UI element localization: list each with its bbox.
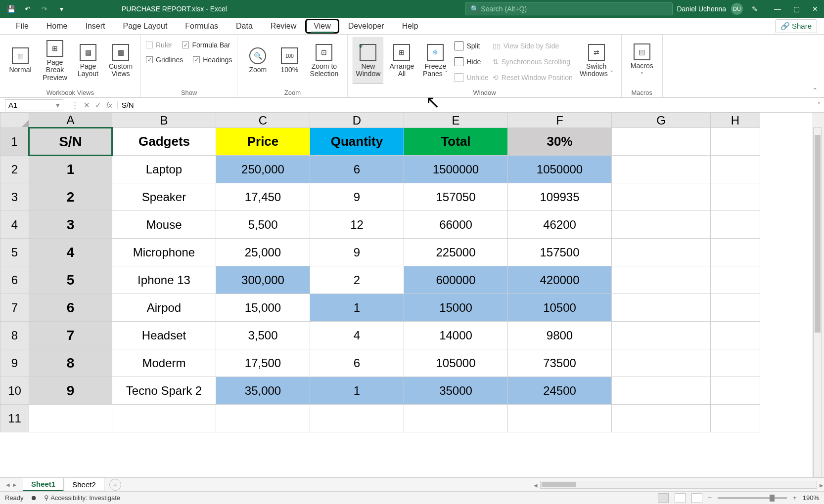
- page-break-view-btn[interactable]: [691, 493, 702, 503]
- user-name[interactable]: Daniel Uchenna: [677, 5, 726, 13]
- cell[interactable]: [711, 211, 760, 239]
- cell[interactable]: 10500: [508, 294, 612, 322]
- tab-file[interactable]: File: [7, 19, 38, 34]
- cell[interactable]: 17,450: [216, 183, 310, 211]
- ruler-checkbox[interactable]: Ruler: [146, 38, 172, 52]
- cell[interactable]: [112, 405, 216, 432]
- cell[interactable]: [711, 349, 760, 377]
- hide-button[interactable]: Hide: [455, 54, 488, 69]
- arrange-all-button[interactable]: ⊞Arrange All: [387, 38, 416, 84]
- switch-windows-button[interactable]: ⇄Switch Windows ˅: [577, 38, 616, 84]
- cell[interactable]: [711, 239, 760, 266]
- cell[interactable]: 3,500: [216, 322, 310, 349]
- tab-developer[interactable]: Developer: [339, 19, 393, 34]
- normal-view-button[interactable]: ▦Normal: [5, 38, 36, 84]
- cell[interactable]: 4: [310, 322, 404, 349]
- cell[interactable]: 35,000: [216, 377, 310, 405]
- col-header[interactable]: G: [612, 113, 711, 128]
- row-header[interactable]: 1: [0, 128, 29, 156]
- freeze-panes-button[interactable]: ❄Freeze Panes ˅: [420, 38, 451, 84]
- row-header[interactable]: 8: [0, 322, 29, 349]
- maximize-button[interactable]: ▢: [791, 4, 801, 14]
- cell[interactable]: Moderm: [112, 349, 216, 377]
- cell[interactable]: [612, 349, 711, 377]
- cell[interactable]: [711, 156, 760, 183]
- cell[interactable]: 7: [29, 322, 112, 349]
- cell[interactable]: 225000: [404, 239, 508, 266]
- cell-C1[interactable]: Price: [216, 128, 310, 156]
- cell[interactable]: 157050: [404, 183, 508, 211]
- accessibility-status[interactable]: Accessibility: Investigate: [50, 494, 120, 502]
- sync-scroll-button[interactable]: ⇅Synchronous Scrolling: [493, 54, 573, 69]
- col-header[interactable]: H: [711, 113, 760, 128]
- row-header[interactable]: 11: [0, 405, 29, 432]
- custom-views-button[interactable]: ▥Custom Views: [106, 38, 136, 84]
- cell[interactable]: 6: [310, 349, 404, 377]
- user-avatar[interactable]: DU: [731, 3, 743, 15]
- next-sheet-icon[interactable]: ▸: [13, 480, 17, 489]
- macros-button[interactable]: ▤Macros˅: [627, 38, 657, 84]
- sheet-tab-2[interactable]: Sheet2: [64, 478, 104, 491]
- cell[interactable]: 3: [29, 211, 112, 239]
- cell[interactable]: [612, 239, 711, 266]
- cell[interactable]: Airpod: [112, 294, 216, 322]
- horizontal-scrollbar[interactable]: ◂ ▸: [540, 481, 817, 489]
- headings-checkbox[interactable]: Headings: [193, 52, 232, 67]
- page-layout-view-btn[interactable]: [675, 493, 686, 503]
- gridlines-checkbox[interactable]: Gridlines: [146, 52, 183, 67]
- cell[interactable]: 9800: [508, 322, 612, 349]
- customize-qat-icon[interactable]: ▾: [54, 2, 68, 16]
- cell[interactable]: 300,000: [216, 266, 310, 294]
- cell[interactable]: Mouse: [112, 211, 216, 239]
- col-header[interactable]: C: [216, 113, 310, 128]
- reset-window-button[interactable]: ⟲Reset Window Position: [493, 70, 573, 85]
- grid-table[interactable]: A B C D E F G H 1 S/N Gadgets Price Quan…: [0, 113, 760, 432]
- zoom-level[interactable]: 190%: [803, 494, 819, 502]
- cell[interactable]: 24500: [508, 377, 612, 405]
- cell[interactable]: [404, 405, 508, 432]
- cell[interactable]: 5: [29, 266, 112, 294]
- tab-help[interactable]: Help: [393, 19, 427, 34]
- cell[interactable]: [508, 405, 612, 432]
- tab-review[interactable]: Review: [262, 19, 305, 34]
- minimize-button[interactable]: —: [773, 4, 782, 14]
- tab-insert[interactable]: Insert: [76, 19, 114, 34]
- row-header[interactable]: 5: [0, 239, 29, 266]
- formula-bar-checkbox[interactable]: Formula Bar: [182, 38, 230, 52]
- zoom-100-button[interactable]: 100100%: [277, 38, 302, 84]
- row-header[interactable]: 3: [0, 183, 29, 211]
- col-header[interactable]: D: [310, 113, 404, 128]
- cell[interactable]: Microphone: [112, 239, 216, 266]
- cell[interactable]: 6: [29, 294, 112, 322]
- cell[interactable]: 600000: [404, 266, 508, 294]
- cell[interactable]: 25,000: [216, 239, 310, 266]
- cell[interactable]: 2: [29, 183, 112, 211]
- new-sheet-button[interactable]: +: [109, 479, 121, 491]
- row-header[interactable]: 6: [0, 266, 29, 294]
- pencil-icon[interactable]: ✎: [748, 2, 762, 16]
- prev-sheet-icon[interactable]: ◂: [6, 480, 10, 489]
- cell[interactable]: 250,000: [216, 156, 310, 183]
- cell[interactable]: 157500: [508, 239, 612, 266]
- col-header[interactable]: F: [508, 113, 612, 128]
- col-header[interactable]: E: [404, 113, 508, 128]
- cell[interactable]: 109935: [508, 183, 612, 211]
- undo-icon[interactable]: ↶: [21, 2, 35, 16]
- cell[interactable]: 1500000: [404, 156, 508, 183]
- row-header[interactable]: 10: [0, 377, 29, 405]
- cell[interactable]: 105000: [404, 349, 508, 377]
- cell[interactable]: [711, 377, 760, 405]
- cell[interactable]: 73500: [508, 349, 612, 377]
- cell[interactable]: 1: [29, 156, 112, 183]
- tab-data[interactable]: Data: [227, 19, 262, 34]
- scrollbar-thumb[interactable]: [815, 135, 821, 333]
- cell[interactable]: [612, 294, 711, 322]
- cell[interactable]: 46200: [508, 211, 612, 239]
- cell[interactable]: 15,000: [216, 294, 310, 322]
- cell[interactable]: 15000: [404, 294, 508, 322]
- cell-F1[interactable]: 30%: [508, 128, 612, 156]
- vertical-scrollbar[interactable]: [813, 127, 822, 477]
- cell[interactable]: [612, 377, 711, 405]
- cell[interactable]: [612, 266, 711, 294]
- zoom-in-icon[interactable]: +: [793, 494, 797, 502]
